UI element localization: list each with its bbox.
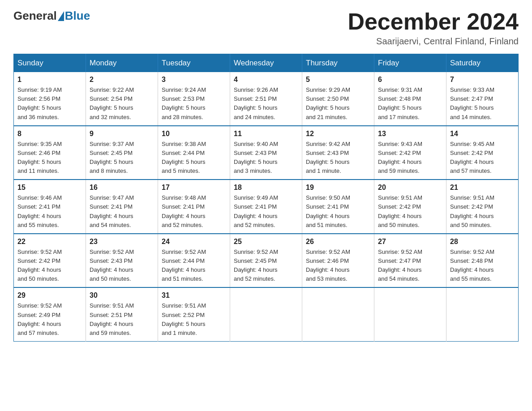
week-row-4: 22Sunrise: 9:52 AMSunset: 2:42 PMDayligh… [14, 234, 519, 288]
day-number: 19 [306, 184, 370, 192]
day-info: Sunrise: 9:46 AMSunset: 2:41 PMDaylight:… [17, 193, 82, 230]
week-row-5: 29Sunrise: 9:52 AMSunset: 2:49 PMDayligh… [14, 287, 519, 341]
day-info: Sunrise: 9:29 AMSunset: 2:50 PMDaylight:… [306, 86, 370, 122]
day-number: 22 [17, 238, 82, 246]
header-thursday: Thursday [302, 54, 374, 73]
day-number: 18 [234, 184, 298, 192]
day-info: Sunrise: 9:52 AMSunset: 2:42 PMDaylight:… [17, 248, 82, 284]
calendar-cell: 30Sunrise: 9:51 AMSunset: 2:51 PMDayligh… [86, 287, 158, 341]
day-number: 30 [90, 291, 154, 300]
day-info: Sunrise: 9:38 AMSunset: 2:44 PMDaylight:… [162, 140, 226, 176]
calendar-cell: 22Sunrise: 9:52 AMSunset: 2:42 PMDayligh… [14, 234, 86, 288]
header-wednesday: Wednesday [230, 54, 302, 73]
calendar-cell: 23Sunrise: 9:52 AMSunset: 2:43 PMDayligh… [86, 234, 158, 288]
day-number: 13 [378, 130, 442, 138]
location-text: Saarijaervi, Central Finland, Finland [348, 36, 519, 47]
day-info: Sunrise: 9:40 AMSunset: 2:43 PMDaylight:… [234, 140, 298, 176]
header-tuesday: Tuesday [158, 54, 230, 73]
day-info: Sunrise: 9:37 AMSunset: 2:45 PMDaylight:… [90, 140, 154, 176]
day-number: 12 [306, 130, 370, 138]
header-saturday: Saturday [446, 54, 519, 73]
day-info: Sunrise: 9:51 AMSunset: 2:51 PMDaylight:… [90, 301, 154, 338]
calendar-cell: 26Sunrise: 9:52 AMSunset: 2:46 PMDayligh… [302, 234, 374, 288]
day-info: Sunrise: 9:24 AMSunset: 2:53 PMDaylight:… [162, 86, 226, 122]
calendar-cell: 24Sunrise: 9:52 AMSunset: 2:44 PMDayligh… [158, 234, 230, 288]
calendar-cell: 5Sunrise: 9:29 AMSunset: 2:50 PMDaylight… [302, 72, 374, 126]
day-info: Sunrise: 9:51 AMSunset: 2:42 PMDaylight:… [450, 193, 515, 230]
day-number: 4 [234, 76, 298, 84]
calendar-table: SundayMondayTuesdayWednesdayThursdayFrid… [13, 54, 519, 342]
calendar-cell: 12Sunrise: 9:42 AMSunset: 2:43 PMDayligh… [302, 126, 374, 180]
day-info: Sunrise: 9:52 AMSunset: 2:45 PMDaylight:… [234, 248, 298, 284]
day-number: 1 [17, 76, 82, 84]
calendar-cell: 2Sunrise: 9:22 AMSunset: 2:54 PMDaylight… [86, 72, 158, 126]
day-info: Sunrise: 9:51 AMSunset: 2:52 PMDaylight:… [162, 301, 226, 338]
day-info: Sunrise: 9:22 AMSunset: 2:54 PMDaylight:… [90, 86, 154, 122]
calendar-cell: 14Sunrise: 9:45 AMSunset: 2:42 PMDayligh… [446, 126, 519, 180]
calendar-cell: 16Sunrise: 9:47 AMSunset: 2:41 PMDayligh… [86, 180, 158, 234]
month-title: December 2024 [348, 9, 519, 34]
header-sunday: Sunday [14, 54, 86, 73]
day-number: 5 [306, 76, 370, 84]
day-info: Sunrise: 9:49 AMSunset: 2:41 PMDaylight:… [234, 193, 298, 230]
title-block: December 2024 Saarijaervi, Central Finla… [348, 9, 519, 47]
day-number: 29 [17, 291, 82, 300]
day-number: 21 [450, 184, 515, 192]
day-info: Sunrise: 9:35 AMSunset: 2:46 PMDaylight:… [17, 140, 82, 176]
logo: General Blue [13, 9, 90, 23]
day-number: 17 [162, 184, 226, 192]
calendar-cell: 13Sunrise: 9:43 AMSunset: 2:42 PMDayligh… [374, 126, 446, 180]
calendar-cell: 7Sunrise: 9:33 AMSunset: 2:47 PMDaylight… [446, 72, 519, 126]
logo-general-text: General [13, 9, 57, 23]
calendar-cell: 31Sunrise: 9:51 AMSunset: 2:52 PMDayligh… [158, 287, 230, 341]
day-info: Sunrise: 9:52 AMSunset: 2:48 PMDaylight:… [450, 248, 515, 284]
calendar-cell: 9Sunrise: 9:37 AMSunset: 2:45 PMDaylight… [86, 126, 158, 180]
day-info: Sunrise: 9:47 AMSunset: 2:41 PMDaylight:… [90, 193, 154, 230]
day-number: 16 [90, 184, 154, 192]
calendar-cell: 20Sunrise: 9:51 AMSunset: 2:42 PMDayligh… [374, 180, 446, 234]
day-info: Sunrise: 9:42 AMSunset: 2:43 PMDaylight:… [306, 140, 370, 176]
calendar-cell: 29Sunrise: 9:52 AMSunset: 2:49 PMDayligh… [14, 287, 86, 341]
calendar-cell: 27Sunrise: 9:52 AMSunset: 2:47 PMDayligh… [374, 234, 446, 288]
calendar-cell: 21Sunrise: 9:51 AMSunset: 2:42 PMDayligh… [446, 180, 519, 234]
day-number: 28 [450, 238, 515, 246]
calendar-cell: 28Sunrise: 9:52 AMSunset: 2:48 PMDayligh… [446, 234, 519, 288]
day-number: 20 [378, 184, 442, 192]
day-info: Sunrise: 9:45 AMSunset: 2:42 PMDaylight:… [450, 140, 515, 176]
logo-blue-text: Blue [65, 9, 90, 23]
calendar-cell: 4Sunrise: 9:26 AMSunset: 2:51 PMDaylight… [230, 72, 302, 126]
day-info: Sunrise: 9:33 AMSunset: 2:47 PMDaylight:… [450, 86, 515, 122]
calendar-cell: 19Sunrise: 9:50 AMSunset: 2:41 PMDayligh… [302, 180, 374, 234]
logo-triangle-icon [58, 11, 64, 21]
day-info: Sunrise: 9:31 AMSunset: 2:48 PMDaylight:… [378, 86, 442, 122]
calendar-cell [374, 287, 446, 341]
day-info: Sunrise: 9:52 AMSunset: 2:46 PMDaylight:… [306, 248, 370, 284]
day-info: Sunrise: 9:48 AMSunset: 2:41 PMDaylight:… [162, 193, 226, 230]
calendar-cell: 11Sunrise: 9:40 AMSunset: 2:43 PMDayligh… [230, 126, 302, 180]
day-number: 8 [17, 130, 82, 138]
day-number: 31 [162, 291, 226, 300]
day-number: 10 [162, 130, 226, 138]
calendar-cell [446, 287, 519, 341]
day-number: 11 [234, 130, 298, 138]
calendar-cell: 10Sunrise: 9:38 AMSunset: 2:44 PMDayligh… [158, 126, 230, 180]
day-info: Sunrise: 9:52 AMSunset: 2:49 PMDaylight:… [17, 301, 82, 338]
day-info: Sunrise: 9:43 AMSunset: 2:42 PMDaylight:… [378, 140, 442, 176]
day-number: 3 [162, 76, 226, 84]
week-row-1: 1Sunrise: 9:19 AMSunset: 2:56 PMDaylight… [14, 72, 519, 126]
calendar-cell: 6Sunrise: 9:31 AMSunset: 2:48 PMDaylight… [374, 72, 446, 126]
day-number: 7 [450, 76, 515, 84]
day-info: Sunrise: 9:26 AMSunset: 2:51 PMDaylight:… [234, 86, 298, 122]
calendar-cell: 15Sunrise: 9:46 AMSunset: 2:41 PMDayligh… [14, 180, 86, 234]
calendar-cell: 3Sunrise: 9:24 AMSunset: 2:53 PMDaylight… [158, 72, 230, 126]
day-number: 24 [162, 238, 226, 246]
calendar-cell: 17Sunrise: 9:48 AMSunset: 2:41 PMDayligh… [158, 180, 230, 234]
day-number: 27 [378, 238, 442, 246]
day-info: Sunrise: 9:50 AMSunset: 2:41 PMDaylight:… [306, 193, 370, 230]
day-number: 15 [17, 184, 82, 192]
calendar-cell: 18Sunrise: 9:49 AMSunset: 2:41 PMDayligh… [230, 180, 302, 234]
page-header: General Blue December 2024 Saarijaervi, … [13, 9, 519, 47]
header-friday: Friday [374, 54, 446, 73]
calendar-cell [230, 287, 302, 341]
day-number: 2 [90, 76, 154, 84]
